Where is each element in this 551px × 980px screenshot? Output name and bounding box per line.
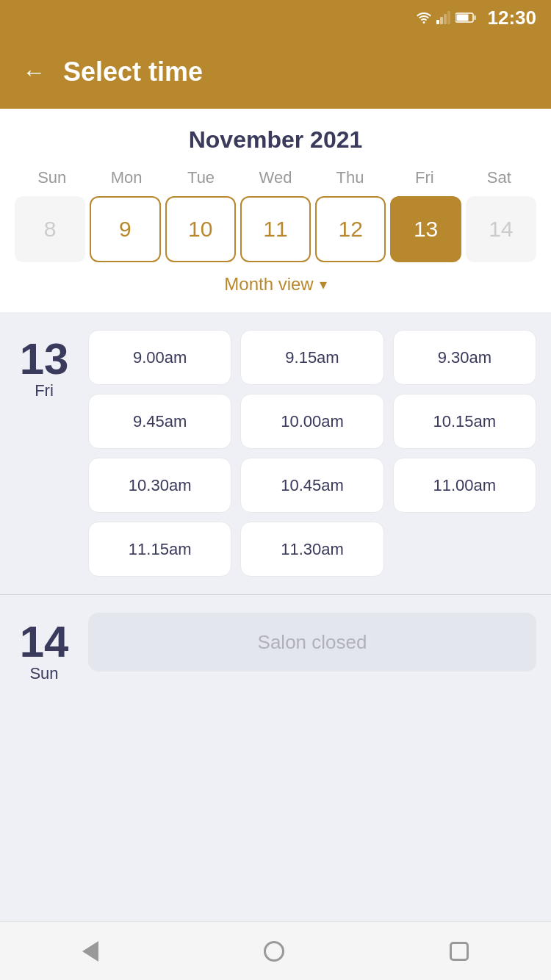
time-slot[interactable]: 10.00am — [240, 394, 383, 449]
signal-icon — [436, 11, 451, 24]
app-header: ← Select time — [0, 35, 551, 109]
time-slot[interactable]: 9.30am — [393, 330, 536, 385]
day-name-13: Fri — [35, 381, 54, 400]
calendar-day-11[interactable]: 11 — [240, 196, 311, 262]
day-number-col-13: 13 Fri — [15, 330, 73, 400]
battery-icon — [455, 12, 476, 24]
slots-grid-13: 9.00am 9.15am 9.30am 9.45am 10.00am 10.1… — [88, 330, 536, 577]
day-name-14: Sun — [29, 664, 58, 683]
svg-rect-5 — [456, 15, 468, 21]
nav-bar — [0, 921, 551, 980]
calendar-day-9[interactable]: 9 — [90, 196, 160, 262]
time-slot[interactable]: 9.45am — [88, 394, 231, 449]
recent-nav-icon — [450, 942, 469, 961]
weekday-thu: Thu — [313, 168, 387, 187]
day-block-13: 13 Fri 9.00am 9.15am 9.30am 9.45am 10.00… — [0, 312, 551, 594]
calendar-day-8[interactable]: 8 — [15, 196, 85, 262]
calendar-days-grid: 8 9 10 11 12 13 14 — [15, 196, 536, 262]
weekday-wed: Wed — [238, 168, 312, 187]
svg-rect-1 — [440, 17, 443, 24]
home-nav-icon — [264, 941, 284, 962]
weekday-sun: Sun — [15, 168, 89, 187]
svg-rect-6 — [474, 15, 476, 20]
back-nav-icon — [82, 941, 98, 962]
month-view-label: Month view — [224, 274, 313, 295]
calendar-section: November 2021 Sun Mon Tue Wed Thu Fri Sa… — [0, 109, 551, 312]
weekday-mon: Mon — [89, 168, 163, 187]
back-button[interactable]: ← — [22, 60, 46, 84]
page-title: Select time — [63, 57, 203, 87]
wifi-icon — [416, 11, 432, 24]
time-slot[interactable]: 10.45am — [240, 458, 383, 513]
time-slot[interactable]: 11.00am — [393, 458, 536, 513]
weekday-fri: Fri — [387, 168, 461, 187]
month-year-label: November 2021 — [15, 126, 536, 154]
calendar-day-12[interactable]: 12 — [315, 196, 386, 262]
status-icons — [416, 11, 476, 24]
day-number-col-14: 14 Sun — [15, 613, 73, 683]
time-slot[interactable]: 11.15am — [88, 522, 231, 577]
month-view-toggle[interactable]: Month view ▾ — [15, 262, 536, 300]
calendar-day-10[interactable]: 10 — [165, 196, 236, 262]
day-number-14: 14 — [20, 620, 69, 664]
day-block-14: 14 Sun Salon closed — [0, 594, 551, 701]
time-slot[interactable]: 11.30am — [240, 522, 383, 577]
nav-home-button[interactable] — [264, 941, 284, 962]
svg-rect-0 — [436, 20, 439, 24]
status-bar: 12:30 — [0, 0, 551, 35]
time-section: 13 Fri 9.00am 9.15am 9.30am 9.45am 10.00… — [0, 312, 551, 921]
svg-rect-2 — [444, 14, 447, 24]
weekday-sat: Sat — [462, 168, 536, 187]
day-number-13: 13 — [20, 337, 69, 381]
status-time: 12:30 — [488, 7, 537, 29]
nav-recent-button[interactable] — [450, 942, 469, 961]
time-slot[interactable]: 9.15am — [240, 330, 383, 385]
time-slot[interactable]: 10.30am — [88, 458, 231, 513]
calendar-day-13[interactable]: 13 — [390, 196, 461, 262]
time-slot[interactable]: 9.00am — [88, 330, 231, 385]
calendar-day-14[interactable]: 14 — [466, 196, 536, 262]
svg-rect-3 — [447, 11, 450, 24]
nav-back-button[interactable] — [82, 941, 98, 962]
weekdays-row: Sun Mon Tue Wed Thu Fri Sat — [15, 168, 536, 187]
chevron-down-icon: ▾ — [320, 275, 327, 293]
salon-closed-label: Salon closed — [88, 613, 536, 671]
weekday-tue: Tue — [164, 168, 238, 187]
time-slot[interactable]: 10.15am — [393, 394, 536, 449]
